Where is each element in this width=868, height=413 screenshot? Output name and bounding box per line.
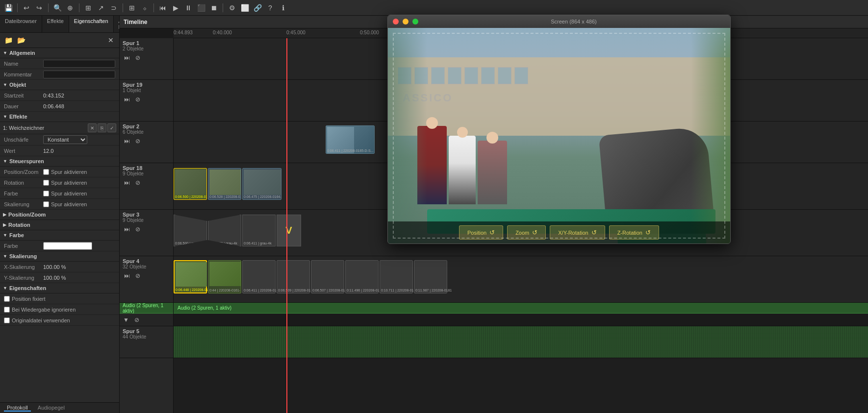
clip-spur18-2[interactable]: 0:06.528 | 220208-0161-: [208, 168, 241, 200]
arrow-icon[interactable]: ↗: [96, 2, 106, 13]
redo-icon[interactable]: ↪: [34, 2, 45, 13]
clip-spur4-5[interactable]: 0:06.507 | 220208-0167-D: [311, 260, 344, 293]
steuerspur-farbe: Farbe Spur aktivieren: [0, 188, 119, 199]
track-name-spur1: Spur 1: [123, 40, 170, 46]
help-icon[interactable]: ?: [265, 2, 276, 13]
steuerspur-rotation-btn[interactable]: Spur aktivieren: [51, 180, 87, 186]
section-eigenschaften[interactable]: ▼ Eigenschaften: [0, 283, 119, 293]
section-allgemein[interactable]: ▼ Allgemein: [0, 48, 119, 58]
track-mute-btn-spur18[interactable]: ⊘: [133, 178, 142, 187]
preview-min-btn[interactable]: [403, 19, 408, 24]
clip-spur3-1[interactable]: 0:06.500 | grau-4k: [174, 215, 207, 246]
folder-icon[interactable]: 📁: [3, 35, 14, 46]
loop-icon[interactable]: ⬛: [196, 2, 206, 13]
tab-eigenschaften[interactable]: Eigenschaften: [69, 16, 114, 32]
steuerspur-positionzoom-btn[interactable]: Spur aktivieren: [51, 169, 87, 175]
clip-spur4-3[interactable]: 0:06.411 | 220208-0163: [242, 260, 276, 293]
preview-close-btn[interactable]: [393, 19, 399, 24]
section-effekte[interactable]: ▼ Effekte: [0, 112, 119, 122]
stop-icon[interactable]: ⏹: [208, 2, 219, 13]
clip-label-spur18-2: 0:06.528 | 220208-0161-: [209, 195, 241, 198]
track-skip-btn-spur19[interactable]: ⏭: [123, 95, 131, 104]
save-icon[interactable]: 💾: [3, 2, 14, 13]
clip-spur4-8[interactable]: 0:11.987 | 220208-0181: [414, 260, 447, 293]
track-skip-btn-spur3[interactable]: ⏭: [123, 225, 131, 234]
add-icon[interactable]: ⊕: [65, 2, 76, 13]
effect-copy-btn[interactable]: ⎘: [98, 123, 106, 132]
pause-icon[interactable]: ⏸: [183, 2, 194, 13]
kommentar-input[interactable]: [43, 71, 115, 78]
track-mute-btn-spur1[interactable]: ⊘: [133, 53, 142, 62]
folder2-icon[interactable]: 📂: [16, 35, 26, 46]
search-icon[interactable]: 🔍: [52, 2, 63, 13]
link-icon[interactable]: 🔗: [252, 2, 263, 13]
monitor-icon[interactable]: ⬜: [239, 2, 250, 13]
wiedergabe-label[interactable]: Bei Wiedergabe ignorieren: [4, 307, 76, 313]
steuerspur-farbe-cb[interactable]: [43, 191, 49, 196]
pos-fixiert-cb[interactable]: [4, 296, 10, 302]
track-skip-btn-spur18[interactable]: ⏭: [123, 178, 131, 187]
section-positionzoom[interactable]: ▶ Position/Zoom: [0, 210, 119, 220]
clip-spur18-1[interactable]: 0:06.500 | 220208-0162-...: [174, 168, 207, 200]
clip-spur4-2[interactable]: 0:44 | 220208-0161-: [208, 260, 241, 293]
track-skip-btn-spur4[interactable]: ⏭: [123, 271, 131, 280]
steuerspur-skalierung-btn[interactable]: Spur aktivieren: [51, 201, 87, 207]
section-farbe[interactable]: ▼ Farbe: [0, 230, 119, 241]
clip-spur3-2[interactable]: 0:06.448 | grau-4k: [208, 215, 241, 246]
clip-spur4-4[interactable]: 0:06.509 | 220208-0196: [277, 260, 310, 293]
grid-icon[interactable]: ⊞: [127, 2, 137, 13]
clip-spur2-1[interactable]: 0:06.411 | 220208-0165-D-S...: [326, 125, 375, 154]
color-swatch[interactable]: [43, 242, 92, 250]
track-mute-btn-spur2[interactable]: ⊘: [133, 137, 142, 146]
unschärfe-select[interactable]: Konstant: [43, 135, 87, 144]
tab-audio-plugins[interactable]: Audio-Plugins: [114, 16, 120, 32]
track-mute-btn-spur19[interactable]: ⊘: [133, 95, 142, 104]
pos-fixiert-label[interactable]: Position fixiert: [4, 296, 45, 302]
track-skip-btn-spur2[interactable]: ⏭: [123, 137, 131, 146]
audio-mute-btn[interactable]: ⊘: [132, 316, 141, 324]
track-mute-btn-spur4[interactable]: ⊘: [133, 271, 142, 280]
ripple-icon[interactable]: ⊃: [108, 2, 119, 13]
preview-zoom-btn[interactable]: Zoom ↺: [507, 225, 546, 240]
preview-position-btn[interactable]: Position ↺: [459, 225, 503, 240]
tab-effekte[interactable]: Effekte: [42, 16, 69, 32]
bottom-tab-audiopegel[interactable]: Audiopegel: [35, 405, 68, 412]
wiedergabe-cb[interactable]: [4, 307, 10, 313]
y-skalierung-row: Y-Skalierung 100.00 %: [0, 272, 119, 283]
settings-icon[interactable]: ⚙: [227, 2, 237, 13]
clip-spur4-7[interactable]: 0:10.711 | 220208-0188: [380, 260, 413, 293]
track-mute-btn-spur3[interactable]: ⊘: [133, 225, 142, 234]
clip-spur3-3[interactable]: 0:06.411 | grau-4k: [242, 215, 276, 246]
preview-z-rotation-btn[interactable]: Z-Rotation ↺: [609, 225, 659, 240]
section-rotation[interactable]: ▶ Rotation: [0, 220, 119, 230]
undo-icon[interactable]: ↩: [21, 2, 32, 13]
steuerspur-skalierung-cb[interactable]: [43, 201, 49, 207]
steuerspur-rotation-cb[interactable]: [43, 180, 49, 186]
crosshair-icon[interactable]: ⊞: [83, 2, 94, 13]
clip-spur3-4[interactable]: V: [277, 215, 301, 246]
section-skalierung[interactable]: ▼ Skalierung: [0, 251, 119, 262]
section-objekt[interactable]: ▼ Objekt: [0, 80, 119, 90]
originaldatei-label[interactable]: Originaldatei verwenden: [4, 317, 70, 323]
audio-expand-btn[interactable]: ▼: [122, 316, 130, 324]
name-input[interactable]: [43, 60, 115, 68]
preview-xy-rotation-btn[interactable]: X/Y-Rotation ↺: [550, 225, 605, 240]
effect-check-btn[interactable]: ✓: [107, 123, 116, 132]
info-icon[interactable]: ℹ: [278, 2, 288, 13]
preview-max-btn[interactable]: [412, 19, 418, 24]
clip-spur4-1[interactable]: 0:06.448 | 220208-0162-...: [174, 260, 207, 293]
tab-dateibrowser[interactable]: Dateibrowser: [0, 16, 42, 32]
play-back-icon[interactable]: ⏮: [157, 2, 168, 13]
originaldatei-cb[interactable]: [4, 317, 10, 323]
steuerspur-positionzoom-cb[interactable]: [43, 169, 49, 175]
play-icon[interactable]: ▶: [170, 2, 181, 13]
track-skip-btn-spur1[interactable]: ⏭: [123, 53, 131, 62]
mark-in-icon[interactable]: ⬦: [139, 2, 150, 13]
clip-spur18-3[interactable]: 0:06.475 | 220208-0164-D-S...: [242, 168, 281, 200]
bottom-tab-protokoll[interactable]: Protokoll: [4, 405, 31, 412]
clip-spur4-6[interactable]: 0:11.496 | 220208-0174: [345, 260, 379, 293]
steuerspur-farbe-btn[interactable]: Spur aktivieren: [51, 191, 87, 196]
close-panel-icon[interactable]: ✕: [105, 35, 116, 46]
section-steuerspuren[interactable]: ▼ Steuerspuren: [0, 156, 119, 167]
effect-delete-btn[interactable]: ✕: [88, 123, 97, 132]
